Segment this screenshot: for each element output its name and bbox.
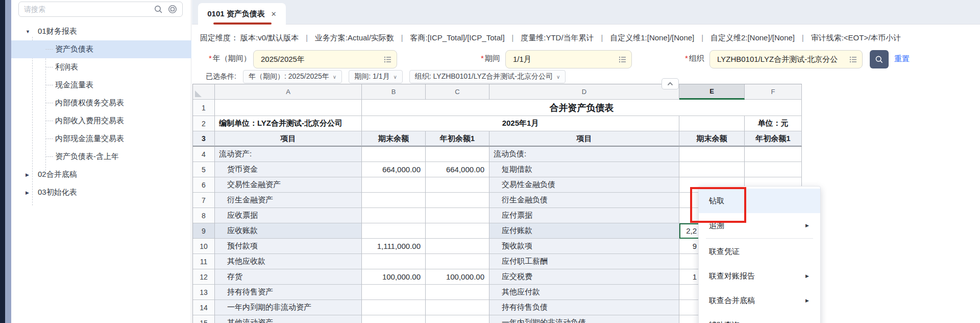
reset-link[interactable]: 重置 bbox=[894, 54, 910, 64]
tree-item[interactable]: ▼ ▶ 内部债权债务交易表 bbox=[11, 94, 191, 112]
row-number[interactable]: 12 bbox=[193, 269, 215, 285]
liability-item-cell[interactable]: 交易性金融负债 bbox=[489, 177, 679, 193]
asset-item-cell[interactable]: 交易性金融资产 bbox=[215, 177, 362, 193]
asset-ending-balance-cell[interactable]: 100,000.00 bbox=[362, 269, 426, 285]
settings-icon[interactable] bbox=[168, 5, 177, 14]
row-number[interactable]: 1 bbox=[193, 100, 215, 116]
liability-ending-balance-cell[interactable] bbox=[679, 147, 745, 162]
chevron-down-icon[interactable]: ∨ bbox=[556, 74, 560, 80]
asset-beginning-balance-cell[interactable] bbox=[426, 193, 489, 208]
row-number[interactable]: 10 bbox=[193, 239, 215, 254]
header-item-right[interactable]: 项目 bbox=[489, 131, 679, 147]
asset-ending-balance-cell[interactable] bbox=[362, 193, 426, 208]
tree-item[interactable]: ▼ ▶ 资产负债表 bbox=[11, 40, 191, 58]
liability-item-cell[interactable]: 短期借款 bbox=[489, 162, 679, 177]
asset-beginning-balance-cell[interactable] bbox=[426, 147, 489, 162]
liability-item-cell[interactable]: 预收款项 bbox=[489, 239, 679, 254]
condition-chip[interactable]: 组织: LYZHB0101/LYZ合并测试-北京分公司 ∨ bbox=[409, 70, 566, 83]
header-item-left[interactable]: 项目 bbox=[215, 131, 362, 147]
column-header-f[interactable]: F bbox=[745, 84, 802, 100]
asset-beginning-balance-cell[interactable] bbox=[426, 177, 489, 193]
liability-item-cell[interactable]: 持有待售负债 bbox=[489, 300, 679, 315]
report-search-box[interactable] bbox=[18, 2, 183, 17]
chevron-down-icon[interactable]: ∨ bbox=[393, 74, 397, 80]
tree-item[interactable]: ▼ ▶ 内部现金流量交易表 bbox=[11, 130, 191, 148]
tree-item[interactable]: ▼ ▶ 03初始化表 bbox=[11, 183, 191, 201]
collapse-filters-button[interactable] bbox=[662, 78, 679, 89]
query-button[interactable] bbox=[870, 50, 889, 68]
header-ending-balance-right[interactable]: 期末余额 bbox=[679, 131, 745, 147]
row-number[interactable]: 5 bbox=[193, 162, 215, 177]
row-number[interactable]: 2 bbox=[193, 116, 215, 131]
org-field[interactable]: LYZHB0101/LYZ合并测试-北京分公 bbox=[709, 50, 863, 68]
sheet-title[interactable]: 合并资产负债表 bbox=[362, 100, 802, 116]
context-menu-item[interactable]: 联查凭证 ▶ bbox=[699, 239, 820, 264]
tree-expanded-icon[interactable]: ▼ bbox=[26, 29, 32, 34]
liability-item-cell[interactable]: 流动负债: bbox=[489, 147, 679, 162]
asset-ending-balance-cell[interactable] bbox=[362, 254, 426, 269]
list-icon[interactable] bbox=[849, 56, 857, 63]
header-ending-balance-left[interactable]: 期末余额 bbox=[362, 131, 426, 147]
tree-item[interactable]: ▼ ▶ 02合并底稿 bbox=[11, 166, 191, 183]
year-field[interactable]: 2025/2025年 bbox=[253, 50, 397, 68]
column-header-d[interactable]: D bbox=[489, 84, 679, 100]
asset-ending-balance-cell[interactable] bbox=[362, 315, 426, 323]
asset-item-cell[interactable]: 衍生金融资产 bbox=[215, 193, 362, 208]
tab-balance-sheet[interactable]: 0101 资产负债表 ✕ bbox=[198, 3, 286, 25]
asset-item-cell[interactable]: 流动资产: bbox=[215, 147, 362, 162]
column-header-e-selected[interactable]: E bbox=[679, 84, 745, 100]
asset-item-cell[interactable]: 存货 bbox=[215, 269, 362, 285]
asset-item-cell[interactable]: 货币资金 bbox=[215, 162, 362, 177]
liability-item-cell[interactable]: 其他应付款 bbox=[489, 285, 679, 300]
asset-beginning-balance-cell[interactable]: 664,000.00 bbox=[426, 162, 489, 177]
asset-beginning-balance-cell[interactable] bbox=[426, 254, 489, 269]
select-all-corner[interactable] bbox=[193, 84, 215, 100]
tree-collapsed-icon[interactable]: ▶ bbox=[26, 172, 32, 177]
header-beginning-balance-right[interactable]: 年初余额1 bbox=[745, 131, 802, 147]
asset-ending-balance-cell[interactable] bbox=[362, 208, 426, 223]
liability-ending-balance-cell[interactable] bbox=[679, 162, 745, 177]
tree-item[interactable]: ▼ ▶ 资产负债表-含上年 bbox=[11, 148, 191, 166]
asset-beginning-balance-cell[interactable] bbox=[426, 208, 489, 223]
liability-item-cell[interactable]: 应交税费 bbox=[489, 269, 679, 285]
row-number[interactable]: 14 bbox=[193, 300, 215, 315]
tree-item[interactable]: ▼ ▶ 利润表 bbox=[11, 58, 191, 76]
period-cell[interactable]: 2025年1月 bbox=[362, 116, 679, 131]
asset-item-cell[interactable]: 持有待售资产 bbox=[215, 285, 362, 300]
row-number[interactable]: 13 bbox=[193, 285, 215, 300]
context-menu-item[interactable]: 联查对账报告 ▶ bbox=[699, 264, 820, 288]
row-number[interactable]: 6 bbox=[193, 177, 215, 193]
asset-item-cell[interactable]: 预付款项 bbox=[215, 239, 362, 254]
liability-item-cell[interactable]: 一年内到期的非流动负债 bbox=[489, 315, 679, 323]
list-icon[interactable] bbox=[619, 56, 626, 63]
asset-beginning-balance-cell[interactable] bbox=[426, 223, 489, 239]
column-header-c[interactable]: C bbox=[426, 84, 489, 100]
liability-item-cell[interactable]: 应付票据 bbox=[489, 208, 679, 223]
search-input[interactable] bbox=[19, 5, 154, 13]
asset-beginning-balance-cell[interactable] bbox=[426, 315, 489, 323]
asset-ending-balance-cell[interactable] bbox=[362, 285, 426, 300]
liability-beginning-balance-cell[interactable] bbox=[745, 147, 802, 162]
header-beginning-balance-left[interactable]: 年初余额1 bbox=[426, 131, 489, 147]
tree-item[interactable]: ▼ ▶ 内部收入费用交易表 bbox=[11, 112, 191, 130]
column-header-a[interactable]: A bbox=[215, 84, 362, 100]
column-header-b[interactable]: B bbox=[362, 84, 426, 100]
row-number[interactable]: 3 bbox=[193, 131, 215, 147]
tree-collapsed-icon[interactable]: ▶ bbox=[26, 190, 32, 195]
asset-item-cell[interactable]: 其他应收款 bbox=[215, 254, 362, 269]
tree-item[interactable]: ▼ ▶ 01财务报表 bbox=[11, 22, 191, 40]
asset-beginning-balance-cell[interactable] bbox=[426, 239, 489, 254]
liability-beginning-balance-cell[interactable] bbox=[745, 162, 802, 177]
context-menu-item[interactable]: 联查合并底稿 ▶ bbox=[699, 288, 820, 313]
asset-ending-balance-cell[interactable] bbox=[362, 223, 426, 239]
asset-item-cell[interactable]: 一年内到期的非流动资产 bbox=[215, 300, 362, 315]
asset-ending-balance-cell[interactable]: 664,000.00 bbox=[362, 162, 426, 177]
prepared-by-cell[interactable]: 编制单位：LYZ合并测试-北京分公司 bbox=[215, 116, 362, 131]
context-menu-item[interactable]: 辅助查询 ▶ bbox=[699, 313, 820, 323]
unit-cell[interactable]: 单位：元 bbox=[745, 116, 802, 131]
asset-beginning-balance-cell[interactable] bbox=[426, 300, 489, 315]
asset-item-cell[interactable]: 应收账款 bbox=[215, 223, 362, 239]
row-number[interactable]: 4 bbox=[193, 147, 215, 162]
asset-ending-balance-cell[interactable]: 1,111,000.00 bbox=[362, 239, 426, 254]
search-icon[interactable] bbox=[154, 5, 163, 14]
